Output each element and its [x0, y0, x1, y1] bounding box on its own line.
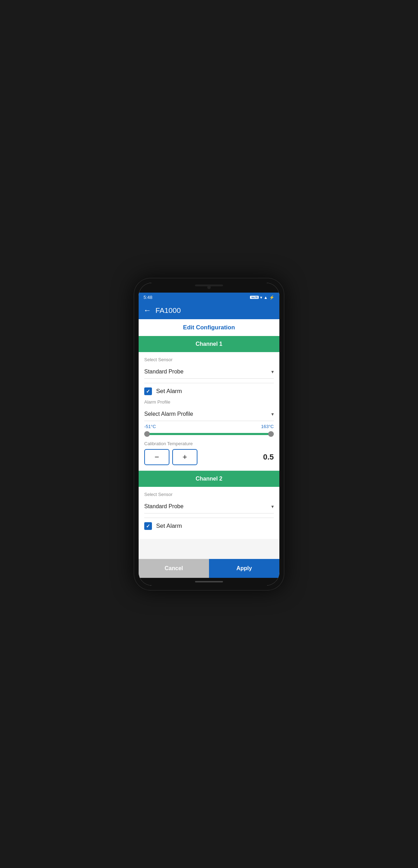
home-indicator: [195, 581, 223, 582]
phone-bottom: [139, 578, 279, 586]
cancel-button[interactable]: Cancel: [139, 559, 209, 578]
alarm-profile-arrow-ch1: ▾: [271, 411, 274, 417]
divider-1: [144, 383, 274, 383]
channel-2-header: Channel 2: [139, 471, 279, 487]
range-min-ch1: -51°C: [144, 424, 156, 429]
volte-badge: VoLTE: [250, 296, 259, 299]
sensor-value-ch1: Standard Probe: [144, 369, 183, 375]
checkbox-check-icon-ch1: ✓: [146, 388, 150, 394]
calibration-row-ch1: − + 0.5: [144, 449, 274, 465]
wifi-icon: ▾: [260, 295, 262, 300]
phone-top-bar: [139, 283, 279, 293]
phone-frame: 5:48 VoLTE ▾ ▲ ⚡ ← FA1000 Edit Configura…: [134, 278, 284, 590]
sensor-label-ch1: Select Sensor: [144, 357, 274, 362]
page-title: Edit Configuration: [139, 319, 279, 336]
sensor-label-ch2: Select Sensor: [144, 492, 274, 497]
range-labels-ch1: -51°C 163°C: [144, 424, 274, 429]
increment-button-ch1[interactable]: +: [172, 449, 197, 465]
range-slider-ch1[interactable]: [144, 430, 274, 438]
slider-thumb-right-ch1[interactable]: [268, 431, 274, 437]
status-icons: VoLTE ▾ ▲ ⚡: [250, 295, 274, 300]
calibration-section-ch1: Calibration Temperature − + 0.5: [144, 441, 274, 465]
channel-2-title: Channel 2: [196, 476, 222, 482]
stepper-group-ch1: − +: [144, 449, 197, 465]
divider-2: [144, 518, 274, 518]
phone-screen: 5:48 VoLTE ▾ ▲ ⚡ ← FA1000 Edit Configura…: [139, 283, 279, 586]
status-time: 5:48: [144, 295, 152, 300]
app-bar: ← FA1000: [139, 302, 279, 319]
alarm-profile-section-ch1: Alarm Profile Select Alarm Profile ▾: [144, 399, 274, 421]
sensor-value-ch2: Standard Probe: [144, 503, 183, 510]
set-alarm-label-ch1: Set Alarm: [156, 388, 182, 395]
slider-thumb-left-ch1[interactable]: [144, 431, 150, 437]
slider-track-ch1: [144, 433, 274, 435]
channel-1-content: Select Sensor Standard Probe ▾ ✓ Set Ala…: [139, 352, 279, 470]
channel-2-block: Channel 2 Select Sensor Standard Probe ▾…: [139, 471, 279, 539]
sensor-dropdown-ch1[interactable]: Standard Probe ▾: [144, 365, 274, 379]
calibration-value-ch1: 0.5: [263, 453, 274, 462]
alarm-profile-label-ch1: Alarm Profile: [144, 399, 274, 405]
checkbox-check-icon-ch2: ✓: [146, 523, 150, 529]
channel-1-title: Channel 1: [196, 341, 222, 347]
apply-button[interactable]: Apply: [209, 559, 279, 578]
set-alarm-row-ch1: ✓ Set Alarm: [144, 387, 274, 395]
decrement-button-ch1[interactable]: −: [144, 449, 169, 465]
channel-1-block: Channel 1 Select Sensor Standard Probe ▾…: [139, 336, 279, 470]
sensor-dropdown-arrow-ch1: ▾: [271, 369, 274, 374]
calibration-label-ch1: Calibration Temperature: [144, 441, 274, 446]
sensor-dropdown-arrow-ch2: ▾: [271, 504, 274, 509]
channel-2-content: Select Sensor Standard Probe ▾ ✓ Set Ala…: [139, 487, 279, 539]
set-alarm-label-ch2: Set Alarm: [156, 523, 182, 530]
range-max-ch1: 163°C: [261, 424, 274, 429]
camera-dot: [207, 286, 211, 289]
sensor-dropdown-ch2[interactable]: Standard Probe ▾: [144, 500, 274, 513]
set-alarm-checkbox-ch2[interactable]: ✓: [144, 522, 152, 530]
back-button[interactable]: ←: [144, 306, 151, 315]
channel-1-header: Channel 1: [139, 336, 279, 352]
battery-icon: ⚡: [269, 295, 274, 300]
bottom-bar: Cancel Apply: [139, 559, 279, 578]
status-bar: 5:48 VoLTE ▾ ▲ ⚡: [139, 293, 279, 302]
app-title: FA1000: [155, 306, 181, 315]
set-alarm-checkbox-ch1[interactable]: ✓: [144, 387, 152, 395]
alarm-profile-value-ch1: Select Alarm Profile: [144, 411, 193, 417]
alarm-profile-dropdown-ch1[interactable]: Select Alarm Profile ▾: [144, 407, 274, 421]
set-alarm-row-ch2: ✓ Set Alarm: [144, 522, 274, 530]
content-area: Edit Configuration Channel 1 Select Sens…: [139, 319, 279, 559]
signal-icon: ▲: [264, 295, 268, 300]
